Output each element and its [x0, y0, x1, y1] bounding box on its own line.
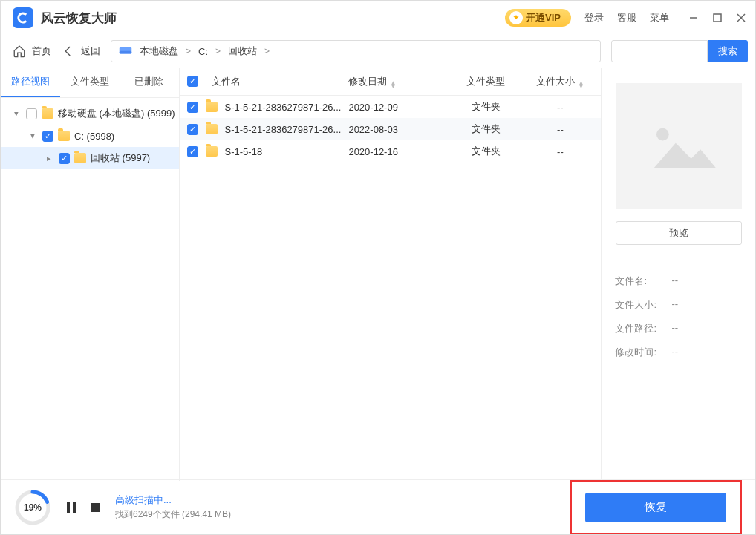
maximize-button[interactable] — [711, 11, 724, 24]
search-button[interactable]: 搜索 — [708, 40, 748, 62]
col-date[interactable]: 修改日期 — [348, 76, 387, 87]
checkbox[interactable] — [26, 108, 37, 119]
col-type[interactable]: 文件类型 — [452, 75, 519, 88]
folder-tree: ▸ 移动硬盘 (本地磁盘) (5999) ▸ C: (5998) ▸ 回收站 (… — [1, 98, 179, 174]
file-name: S-1-5-21-2836279871-26... — [225, 102, 342, 113]
tab-deleted[interactable]: 已删除 — [120, 68, 179, 97]
tree-label: 回收站 (5997) — [91, 151, 150, 165]
folder-icon — [206, 146, 218, 157]
chevron-down-icon[interactable]: ▸ — [12, 108, 22, 119]
toolbar: 首页 返回 本地磁盘> C:> 回收站> 搜索 — [1, 35, 755, 68]
file-type: 文件夹 — [452, 100, 519, 114]
svg-rect-14 — [73, 502, 76, 513]
file-date: 2020-12-09 — [348, 102, 445, 113]
file-name: S-1-5-18 — [225, 146, 263, 157]
disk-icon — [119, 45, 132, 58]
file-date: 2022-08-03 — [348, 124, 445, 135]
svg-rect-13 — [67, 502, 70, 513]
info-value: -- — [671, 322, 678, 335]
back-button[interactable]: 返回 — [62, 45, 100, 58]
chevron-down-icon[interactable]: ▸ — [28, 131, 38, 141]
info-label: 文件名: — [615, 275, 661, 288]
sort-icon[interactable]: ▲▼ — [578, 81, 584, 88]
col-size[interactable]: 文件大小 — [536, 76, 575, 87]
checkbox[interactable] — [187, 146, 198, 157]
file-table: 文件名 修改日期▲▼ 文件类型 文件大小▲▼ S-1-5-21-28362798… — [180, 68, 602, 481]
preview-panel: 预览 文件名:-- 文件大小:-- 文件路径:-- 修改时间:-- — [601, 68, 755, 481]
file-size: -- — [527, 102, 593, 113]
table-row[interactable]: S-1-5-21-2836279871-26...2020-12-09文件夹-- — [180, 96, 602, 118]
info-value: -- — [671, 298, 678, 312]
file-size: -- — [527, 146, 593, 157]
home-button[interactable]: 首页 — [13, 45, 51, 58]
svg-point-9 — [656, 128, 669, 141]
select-all-checkbox[interactable] — [187, 76, 198, 87]
svg-rect-1 — [714, 14, 721, 22]
breadcrumb[interactable]: 本地磁盘> C:> 回收站> — [111, 40, 601, 62]
chevron-right-icon[interactable]: ▸ — [44, 154, 54, 163]
preview-thumbnail — [616, 83, 742, 209]
svg-rect-5 — [120, 50, 132, 53]
progress-percent: 19% — [14, 489, 51, 526]
file-type: 文件夹 — [452, 122, 519, 136]
tree-node[interactable]: ▸ C: (5998) — [1, 125, 179, 147]
footer: 19% 高级扫描中... 找到6249个文件 (294.41 MB) 恢复 — [1, 479, 755, 534]
info-label: 修改时间: — [615, 346, 661, 359]
login-link[interactable]: 登录 — [584, 11, 604, 24]
info-value: -- — [671, 346, 678, 359]
table-row[interactable]: S-1-5-21-2836279871-26...2022-08-03文件夹-- — [180, 118, 602, 140]
app-logo — [13, 7, 33, 28]
preview-button[interactable]: 预览 — [616, 221, 742, 245]
support-link[interactable]: 客服 — [617, 11, 636, 24]
scan-detail: 找到6249个文件 (294.41 MB) — [115, 508, 231, 521]
app-title: 风云恢复大师 — [41, 10, 117, 27]
info-label: 文件大小: — [615, 298, 661, 312]
table-row[interactable]: S-1-5-182020-12-16文件夹-- — [180, 140, 602, 163]
col-name[interactable]: 文件名 — [212, 75, 241, 88]
scan-status: 高级扫描中... — [115, 493, 231, 507]
folder-icon — [42, 108, 53, 119]
tree-node[interactable]: ▸ 移动硬盘 (本地磁盘) (5999) — [1, 102, 179, 125]
breadcrumb-seg[interactable]: 回收站 — [228, 45, 257, 58]
vip-button[interactable]: 开通VIP — [505, 9, 571, 27]
checkbox[interactable] — [187, 124, 198, 135]
checkbox[interactable] — [42, 131, 53, 142]
menu-link[interactable]: 菜单 — [650, 11, 669, 24]
info-label: 文件路径: — [615, 322, 661, 335]
folder-icon — [206, 102, 218, 112]
folder-icon — [74, 153, 86, 163]
recover-highlight: 恢复 — [570, 480, 742, 535]
checkbox[interactable] — [187, 102, 198, 113]
file-size: -- — [527, 124, 593, 135]
sort-icon[interactable]: ▲▼ — [390, 81, 396, 88]
tree-label: C: (5998) — [74, 131, 114, 142]
file-date: 2020-12-16 — [348, 146, 445, 157]
progress-ring: 19% — [14, 489, 51, 526]
checkbox[interactable] — [59, 153, 70, 164]
tab-file-type[interactable]: 文件类型 — [60, 68, 120, 97]
title-bar: 风云恢复大师 开通VIP 登录 客服 菜单 — [1, 1, 755, 35]
table-header: 文件名 修改日期▲▼ 文件类型 文件大小▲▼ — [180, 68, 602, 96]
close-button[interactable] — [734, 11, 748, 24]
pause-button[interactable] — [65, 501, 78, 514]
svg-rect-15 — [91, 503, 100, 512]
folder-icon — [206, 124, 218, 134]
breadcrumb-seg[interactable]: C: — [198, 46, 208, 57]
info-value: -- — [671, 275, 678, 288]
file-type: 文件夹 — [452, 145, 519, 158]
breadcrumb-seg[interactable]: 本地磁盘 — [140, 45, 178, 58]
sidebar: 路径视图 文件类型 已删除 ▸ 移动硬盘 (本地磁盘) (5999) ▸ C: … — [1, 68, 180, 481]
recover-button[interactable]: 恢复 — [585, 493, 726, 522]
tree-node-selected[interactable]: ▸ 回收站 (5997) — [1, 147, 179, 169]
tab-path-view[interactable]: 路径视图 — [1, 68, 60, 97]
stop-button[interactable] — [88, 501, 102, 514]
search-input[interactable] — [611, 40, 708, 62]
folder-icon — [58, 131, 70, 141]
minimize-button[interactable] — [687, 11, 700, 24]
tree-label: 移动硬盘 (本地磁盘) (5999) — [58, 107, 175, 120]
vip-icon — [509, 11, 523, 24]
file-name: S-1-5-21-2836279871-26... — [225, 124, 342, 135]
